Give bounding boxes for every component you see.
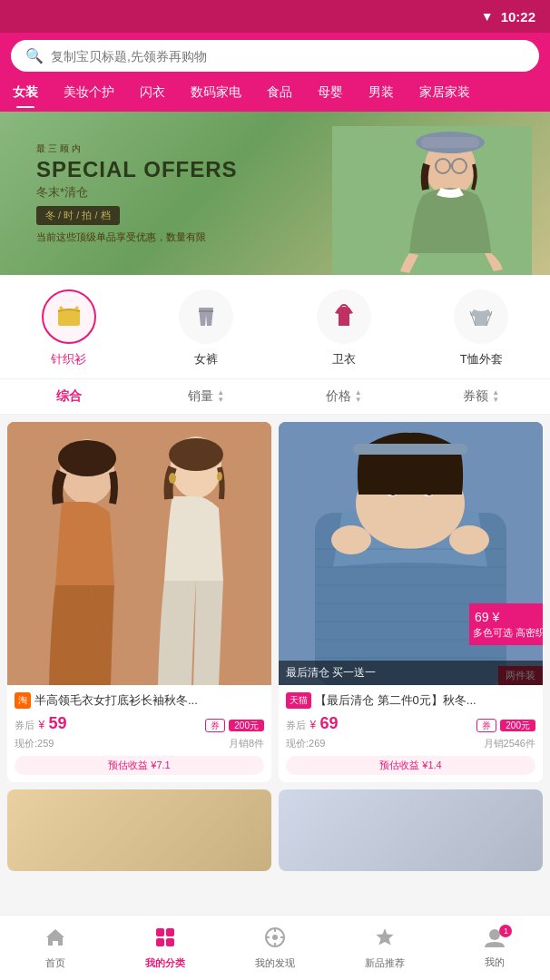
product-grid: 淘 半高领毛衣女打底衫长袖秋冬... 券后 ¥ 59 券 200元 现价:259… bbox=[0, 415, 550, 958]
nav-mine-badge-wrap: 1 bbox=[483, 926, 506, 954]
original-price-2: 现价:269 bbox=[286, 737, 325, 750]
cat-icon-label-tshirt: T恤外套 bbox=[460, 351, 503, 368]
cat-nav-item-beauty[interactable]: 美妆个护 bbox=[51, 81, 127, 104]
cat-nav-item-digital[interactable]: 数码家电 bbox=[178, 81, 254, 104]
flash-sale-banner: 最后清仓 买一送一 bbox=[279, 661, 543, 685]
platform-tag-2: 天猫 bbox=[286, 692, 311, 709]
cat-nav-item-maternity[interactable]: 母婴 bbox=[305, 81, 356, 104]
cat-icon-circle-pants bbox=[179, 289, 233, 344]
banner-content: 最三顾内 SPECIAL OFFERS 冬末*清仓 冬 / 时 / 拍 / 档 … bbox=[18, 133, 532, 253]
cat-icons-row: 针织衫 女裤 卫衣 T恤外套 bbox=[0, 275, 550, 379]
nav-home-label: 首页 bbox=[45, 956, 65, 970]
product-image-1 bbox=[7, 422, 271, 685]
nav-discover-icon bbox=[263, 926, 287, 955]
original-price-1: 现价:259 bbox=[15, 737, 54, 750]
sort-coupon[interactable]: 券额 ▲▼ bbox=[413, 388, 551, 405]
svg-rect-43 bbox=[156, 938, 164, 946]
search-input[interactable] bbox=[51, 49, 525, 64]
svg-rect-42 bbox=[166, 928, 174, 936]
banner-season-tag: 冬 / 时 / 拍 / 档 bbox=[36, 206, 120, 225]
sort-price-arrows: ▲▼ bbox=[355, 389, 362, 404]
svg-text:69 ¥: 69 ¥ bbox=[475, 610, 499, 624]
sales-1: 月销8件 bbox=[229, 737, 264, 750]
svg-point-18 bbox=[169, 438, 223, 471]
svg-rect-14 bbox=[7, 422, 271, 685]
status-bar: ▼ 10:22 bbox=[0, 0, 550, 33]
search-bar[interactable]: 🔍 bbox=[11, 40, 539, 72]
svg-point-16 bbox=[58, 440, 116, 476]
sales-2: 月销2546件 bbox=[484, 737, 535, 750]
status-time: 10:22 bbox=[501, 9, 535, 24]
price-row-1: 券后 ¥ 59 券 200元 bbox=[15, 714, 264, 733]
banner-offer: SPECIAL OFFERS bbox=[36, 157, 514, 182]
nav-home[interactable]: 首页 bbox=[0, 916, 110, 980]
earnings-2: 预估收益 ¥1.4 bbox=[286, 756, 535, 775]
product-title-2: 【最后清仓 第二件0元】秋冬... bbox=[315, 692, 535, 709]
cat-nav-item-food[interactable]: 食品 bbox=[254, 81, 305, 104]
cat-icon-tshirt[interactable]: T恤外套 bbox=[413, 289, 551, 368]
cat-icon-label-knit: 针织衫 bbox=[51, 351, 86, 368]
nav-new-label: 新品推荐 bbox=[365, 956, 405, 970]
nav-category[interactable]: 我的分类 bbox=[110, 916, 220, 980]
coupon-amount-1: 200元 bbox=[229, 720, 264, 731]
flash-sale-text: 最后清仓 买一送一 bbox=[286, 665, 376, 681]
nav-home-icon bbox=[44, 926, 67, 955]
sort-sales[interactable]: 销量 ▲▼ bbox=[138, 388, 276, 405]
svg-rect-44 bbox=[166, 938, 174, 946]
svg-point-20 bbox=[217, 472, 222, 481]
sort-comprehensive[interactable]: 综合 bbox=[0, 388, 138, 405]
product-image-3 bbox=[7, 789, 271, 871]
nav-new[interactable]: 新品推荐 bbox=[330, 916, 440, 980]
product-info-2: 天猫 【最后清仓 第二件0元】秋冬... 券后 ¥ 69 券 200元 现价:2… bbox=[279, 685, 543, 782]
meta-row-2: 现价:269 月销2546件 bbox=[286, 737, 535, 750]
svg-line-8 bbox=[60, 307, 63, 309]
cat-nav-item-flash[interactable]: 闪衣 bbox=[127, 81, 178, 104]
cat-icon-knit[interactable]: 针织衫 bbox=[0, 289, 138, 368]
product-title-row-2: 天猫 【最后清仓 第二件0元】秋冬... bbox=[286, 692, 535, 709]
svg-line-9 bbox=[75, 307, 78, 309]
svg-rect-37 bbox=[353, 444, 467, 455]
product-card-1[interactable]: 淘 半高领毛衣女打底衫长袖秋冬... 券后 ¥ 59 券 200元 现价:259… bbox=[7, 422, 271, 782]
svg-text:多色可选 高密织绒: 多色可选 高密织绒 bbox=[473, 627, 543, 638]
product-card-2[interactable]: 69 ¥ 多色可选 高密织绒 两件装 最后清仓 买一送一 天猫 【最后清仓 第二… bbox=[279, 422, 543, 782]
price-label-2: 券后 bbox=[286, 720, 306, 730]
svg-marker-51 bbox=[377, 928, 394, 946]
banner-deco: 最三顾内 bbox=[36, 142, 514, 155]
bottom-nav: 首页 我的分类 我的发现 bbox=[0, 915, 550, 980]
cat-icon-sweat[interactable]: 卫衣 bbox=[275, 289, 413, 368]
meta-row-1: 现价:259 月销8件 bbox=[15, 737, 264, 750]
sort-coupon-arrows: ▲▼ bbox=[492, 389, 499, 404]
price-value-2: 69 bbox=[320, 714, 339, 732]
earnings-1: 预估收益 ¥7.1 bbox=[15, 756, 264, 775]
product-card-4[interactable] bbox=[279, 789, 543, 871]
cat-nav-item-home[interactable]: 家居家装 bbox=[407, 81, 483, 104]
nav-mine-badge: 1 bbox=[499, 925, 512, 937]
price-value-1: 59 bbox=[49, 714, 67, 732]
sort-bar: 综合 销量 ▲▼ 价格 ▲▼ 券额 ▲▼ bbox=[0, 379, 550, 415]
product-title-1: 半高领毛衣女打底衫长袖秋冬... bbox=[34, 692, 264, 709]
nav-discover[interactable]: 我的发现 bbox=[220, 916, 329, 980]
cat-icon-label-sweat: 卫衣 bbox=[332, 351, 356, 368]
svg-point-46 bbox=[272, 935, 278, 940]
category-nav: 女装 美妆个护 闪衣 数码家电 食品 母婴 男装 家居家装 bbox=[0, 79, 550, 112]
svg-point-35 bbox=[331, 525, 371, 554]
cat-nav-item-women[interactable]: 女装 bbox=[0, 81, 51, 104]
nav-new-icon bbox=[373, 926, 397, 955]
nav-category-icon bbox=[153, 926, 177, 955]
nav-mine[interactable]: 1 我的 bbox=[440, 916, 550, 980]
product-card-3[interactable] bbox=[7, 789, 271, 871]
wifi-icon: ▼ bbox=[481, 9, 494, 24]
cat-nav-item-men[interactable]: 男装 bbox=[356, 81, 407, 104]
coupon-amount-2: 200元 bbox=[500, 720, 535, 731]
price-label-1: 券后 bbox=[15, 720, 34, 730]
platform-tag-1: 淘 bbox=[15, 692, 31, 709]
nav-discover-label: 我的发现 bbox=[255, 956, 295, 970]
sort-price[interactable]: 价格 ▲▼ bbox=[275, 388, 413, 405]
cat-icon-circle-sweat bbox=[317, 289, 371, 344]
coupon-badge-2: 券 bbox=[476, 719, 496, 732]
cat-icon-circle-knit bbox=[42, 289, 96, 344]
banner[interactable]: 最三顾内 SPECIAL OFFERS 冬末*清仓 冬 / 时 / 拍 / 档 … bbox=[0, 112, 550, 275]
product-title-row-1: 淘 半高领毛衣女打底衫长袖秋冬... bbox=[15, 692, 264, 709]
svg-rect-41 bbox=[156, 928, 164, 936]
cat-icon-pants[interactable]: 女裤 bbox=[138, 289, 276, 368]
